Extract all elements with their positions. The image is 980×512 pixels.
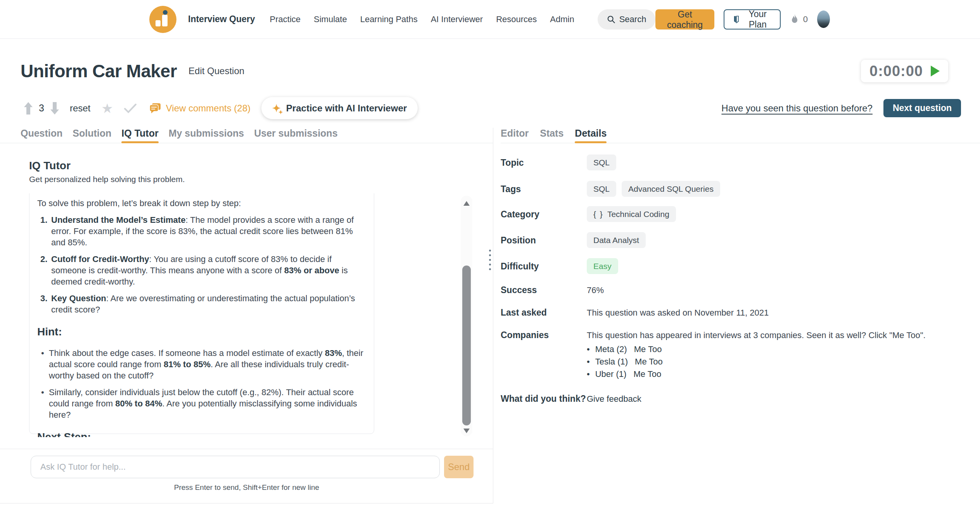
edit-question-link[interactable]: Edit Question bbox=[188, 66, 244, 76]
company-name: Meta (2) bbox=[595, 344, 627, 354]
position-chip[interactable]: Data Analyst bbox=[587, 232, 646, 248]
tab-my-submissions[interactable]: My submissions bbox=[169, 128, 244, 143]
success-rate-value: 76% bbox=[587, 285, 980, 296]
company-row: • Uber (1) Me Too bbox=[587, 368, 980, 380]
nav-link-simulate[interactable]: Simulate bbox=[314, 14, 347, 24]
category-chip[interactable]: { } Technical Coding bbox=[587, 206, 676, 222]
detail-row-success: Success 76% bbox=[501, 285, 980, 296]
me-too-button[interactable]: Me Too bbox=[633, 369, 661, 379]
scroll-down-arrow-icon[interactable] bbox=[463, 429, 470, 433]
companies-intro: This question has appeared in interviews… bbox=[587, 330, 980, 341]
nav-link-ai-interviewer[interactable]: AI Interviewer bbox=[431, 14, 483, 24]
step-item: Cutoff for Credit-Worthy: You are using … bbox=[37, 253, 366, 287]
tutor-message-card: To solve this problem, let’s break it do… bbox=[29, 193, 374, 434]
tag-chip[interactable]: SQL bbox=[587, 181, 616, 197]
message-intro: To solve this problem, let’s break it do… bbox=[37, 198, 366, 209]
tab-question[interactable]: Question bbox=[21, 128, 62, 143]
vote-count: 3 bbox=[39, 102, 44, 114]
streak-indicator[interactable]: 0 bbox=[790, 14, 808, 25]
detail-row-position: Position Data Analyst bbox=[501, 232, 980, 248]
bookmark-icon bbox=[733, 14, 740, 24]
next-question-button[interactable]: Next question bbox=[883, 99, 961, 117]
hint-item: Think about the edge cases. If someone h… bbox=[37, 347, 366, 381]
company-name: Tesla (1) bbox=[595, 357, 628, 367]
interview-query-logo-icon[interactable] bbox=[149, 6, 176, 33]
tab-details[interactable]: Details bbox=[575, 128, 607, 143]
input-helper-note: Press Enter to send, Shift+Enter for new… bbox=[0, 483, 493, 492]
checkmark-icon bbox=[123, 103, 137, 114]
sparkles-icon: ✦✦ bbox=[272, 103, 281, 113]
detail-row-last-asked: Last asked This question was asked on No… bbox=[501, 307, 980, 318]
me-too-button[interactable]: Me Too bbox=[635, 357, 663, 367]
view-comments-label: View comments (28) bbox=[166, 103, 251, 114]
hint-heading: Hint: bbox=[37, 326, 366, 337]
chat-scrollbar[interactable] bbox=[461, 196, 472, 436]
your-plan-label: Your Plan bbox=[744, 9, 771, 30]
search-icon bbox=[607, 15, 615, 24]
code-braces-icon: { } bbox=[593, 210, 603, 219]
give-feedback-link[interactable]: Give feedback bbox=[587, 394, 980, 404]
tab-iq-tutor[interactable]: IQ Tutor bbox=[121, 128, 158, 143]
tab-solution[interactable]: Solution bbox=[73, 128, 111, 143]
tab-stats[interactable]: Stats bbox=[540, 128, 563, 143]
detail-row-difficulty: Difficulty Easy bbox=[501, 258, 980, 274]
timer-card: 0:00:00 bbox=[861, 60, 948, 82]
search-label: Search bbox=[619, 14, 646, 24]
difficulty-badge: Easy bbox=[587, 258, 618, 274]
send-button[interactable]: Send bbox=[444, 456, 474, 478]
question-panel: Question Solution IQ Tutor My submission… bbox=[0, 128, 493, 503]
hint-list: Think about the edge cases. If someone h… bbox=[37, 347, 366, 420]
left-tabbar: Question Solution IQ Tutor My submission… bbox=[0, 128, 493, 143]
company-row: • Meta (2) Me Too bbox=[587, 343, 980, 356]
nav-link-learning-paths[interactable]: Learning Paths bbox=[360, 14, 418, 24]
your-plan-button[interactable]: Your Plan bbox=[724, 9, 781, 30]
input-divider bbox=[0, 449, 493, 449]
timer-play-button[interactable] bbox=[931, 66, 940, 76]
hint-item: Similarly, consider individuals just bel… bbox=[37, 387, 366, 420]
last-asked-value: This question was asked on November 11, … bbox=[587, 307, 980, 318]
page-title: Uniform Car Maker bbox=[21, 61, 177, 82]
tag-chip[interactable]: Advanced SQL Queries bbox=[622, 181, 720, 197]
downvote-button[interactable] bbox=[50, 102, 60, 115]
reset-votes-link[interactable]: reset bbox=[70, 103, 90, 114]
iq-tutor-heading: IQ Tutor bbox=[29, 160, 493, 172]
brand-name[interactable]: Interview Query bbox=[188, 14, 255, 24]
up-arrow-icon bbox=[23, 102, 33, 115]
get-coaching-button[interactable]: Get coaching bbox=[655, 9, 714, 30]
detail-row-feedback: What did you think? Give feedback bbox=[501, 394, 980, 404]
step-item: Key Question: Are we overestimating or u… bbox=[37, 293, 366, 315]
scroll-up-arrow-icon[interactable] bbox=[463, 201, 470, 206]
comments-icon bbox=[149, 102, 161, 114]
practice-ai-interviewer-button[interactable]: ✦✦ Practice with AI Interviewer bbox=[261, 97, 418, 119]
user-avatar[interactable] bbox=[817, 10, 830, 28]
top-navbar: Interview Query Practice Simulate Learni… bbox=[0, 0, 980, 39]
panel-resize-handle[interactable] bbox=[489, 250, 491, 270]
practice-ai-label: Practice with AI Interviewer bbox=[286, 103, 407, 114]
topic-chip[interactable]: SQL bbox=[587, 154, 616, 170]
step-item: Understand the Model’s Estimate: The mod… bbox=[37, 214, 366, 248]
nav-link-admin[interactable]: Admin bbox=[550, 14, 574, 24]
view-comments-link[interactable]: View comments (28) bbox=[149, 102, 251, 114]
right-tabbar: Editor Stats Details bbox=[501, 128, 980, 143]
mark-complete-button[interactable] bbox=[123, 103, 137, 114]
seen-before-link[interactable]: Have you seen this question before? bbox=[721, 103, 873, 114]
nav-link-resources[interactable]: Resources bbox=[496, 14, 537, 24]
nav-link-practice[interactable]: Practice bbox=[270, 14, 301, 24]
iq-tutor-subheading: Get personalized help solving this probl… bbox=[29, 175, 493, 184]
upvote-button[interactable] bbox=[23, 102, 33, 115]
detail-row-companies: Companies This question has appeared in … bbox=[501, 330, 980, 380]
next-step-heading: Next Step: bbox=[37, 431, 366, 437]
detail-row-tags: Tags SQL Advanced SQL Queries bbox=[501, 181, 980, 197]
me-too-button[interactable]: Me Too bbox=[634, 344, 662, 354]
detail-row-topic: Topic SQL bbox=[501, 154, 980, 170]
company-name: Uber (1) bbox=[595, 369, 627, 379]
tab-user-submissions[interactable]: User submissions bbox=[254, 128, 337, 143]
tutor-chat-input[interactable] bbox=[31, 456, 440, 478]
tab-editor[interactable]: Editor bbox=[501, 128, 529, 143]
scrollbar-thumb[interactable] bbox=[462, 266, 471, 425]
star-bookmark-icon[interactable]: ★ bbox=[101, 102, 113, 115]
message-steps-list: Understand the Model’s Estimate: The mod… bbox=[37, 214, 366, 315]
chat-scroll-area[interactable]: To solve this problem, let’s break it do… bbox=[29, 193, 478, 437]
streak-count: 0 bbox=[803, 14, 808, 24]
search-button[interactable]: Search bbox=[598, 9, 656, 30]
